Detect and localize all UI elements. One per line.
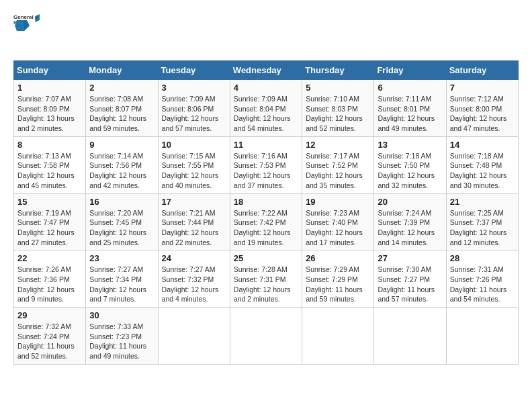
day-number: 29	[17, 310, 82, 320]
day-info: Sunrise: 7:14 AMSunset: 7:56 PMDaylight:…	[89, 151, 154, 191]
day-number: 18	[234, 197, 298, 207]
calendar-cell-w2d1: 16 Sunrise: 7:20 AMSunset: 7:45 PMDaylig…	[86, 193, 158, 250]
day-info: Sunrise: 7:09 AMSunset: 8:06 PMDaylight:…	[162, 94, 226, 134]
calendar-cell-w3d0: 22 Sunrise: 7:26 AMSunset: 7:36 PMDaylig…	[14, 250, 86, 308]
calendar-cell-w4d6	[446, 308, 518, 365]
calendar-cell-w4d4	[302, 308, 374, 365]
weekday-header-saturday: Saturday	[446, 61, 518, 80]
day-info: Sunrise: 7:10 AMSunset: 8:03 PMDaylight:…	[306, 94, 370, 134]
day-number: 19	[306, 197, 370, 207]
day-number: 7	[450, 83, 515, 93]
day-number: 1	[17, 83, 82, 93]
calendar-cell-w0d1: 2 Sunrise: 7:08 AMSunset: 8:07 PMDayligh…	[86, 80, 158, 137]
day-number: 26	[306, 253, 370, 263]
calendar-cell-w2d6: 21 Sunrise: 7:25 AMSunset: 7:37 PMDaylig…	[446, 193, 518, 250]
weekday-header-thursday: Thursday	[302, 61, 374, 80]
calendar-cell-w4d3	[230, 308, 302, 365]
calendar-table: SundayMondayTuesdayWednesdayThursdayFrid…	[13, 60, 519, 365]
calendar-cell-w3d6: 28 Sunrise: 7:31 AMSunset: 7:26 PMDaylig…	[446, 250, 518, 308]
calendar-cell-w2d4: 19 Sunrise: 7:23 AMSunset: 7:40 PMDaylig…	[302, 193, 374, 250]
day-number: 23	[89, 253, 154, 263]
day-info: Sunrise: 7:31 AMSunset: 7:26 PMDaylight:…	[450, 265, 515, 304]
calendar-cell-w2d0: 15 Sunrise: 7:19 AMSunset: 7:47 PMDaylig…	[14, 193, 86, 250]
calendar-cell-w3d4: 26 Sunrise: 7:29 AMSunset: 7:29 PMDaylig…	[302, 250, 374, 308]
calendar-cell-w1d6: 14 Sunrise: 7:18 AMSunset: 7:48 PMDaylig…	[446, 136, 518, 193]
day-info: Sunrise: 7:08 AMSunset: 8:07 PMDaylight:…	[89, 94, 154, 134]
logo-icon-svg	[15, 19, 30, 32]
day-number: 17	[162, 197, 226, 207]
day-number: 15	[17, 197, 82, 207]
calendar-cell-w0d4: 5 Sunrise: 7:10 AMSunset: 8:03 PMDayligh…	[302, 80, 374, 137]
day-number: 9	[89, 140, 154, 150]
calendar-cell-w1d4: 12 Sunrise: 7:17 AMSunset: 7:52 PMDaylig…	[302, 136, 374, 193]
calendar-cell-w4d5	[374, 308, 446, 365]
calendar-cell-w0d0: 1 Sunrise: 7:07 AMSunset: 8:09 PMDayligh…	[14, 80, 86, 137]
calendar-cell-w4d1: 30 Sunrise: 7:33 AMSunset: 7:23 PMDaylig…	[86, 308, 158, 365]
day-number: 16	[89, 197, 154, 207]
day-info: Sunrise: 7:18 AMSunset: 7:48 PMDaylight:…	[450, 151, 515, 191]
day-info: Sunrise: 7:27 AMSunset: 7:32 PMDaylight:…	[162, 265, 226, 304]
calendar-cell-w1d1: 9 Sunrise: 7:14 AMSunset: 7:56 PMDayligh…	[86, 136, 158, 193]
day-info: Sunrise: 7:19 AMSunset: 7:47 PMDaylight:…	[17, 208, 82, 248]
day-number: 28	[450, 253, 515, 263]
day-info: Sunrise: 7:22 AMSunset: 7:42 PMDaylight:…	[234, 208, 298, 248]
day-number: 6	[378, 83, 442, 93]
calendar-cell-w1d5: 13 Sunrise: 7:18 AMSunset: 7:50 PMDaylig…	[374, 136, 446, 193]
calendar-cell-w3d5: 27 Sunrise: 7:30 AMSunset: 7:27 PMDaylig…	[374, 250, 446, 308]
day-info: Sunrise: 7:29 AMSunset: 7:29 PMDaylight:…	[306, 265, 370, 304]
calendar-cell-w0d6: 7 Sunrise: 7:12 AMSunset: 8:00 PMDayligh…	[446, 80, 518, 137]
day-info: Sunrise: 7:11 AMSunset: 8:01 PMDaylight:…	[378, 94, 442, 134]
day-number: 22	[17, 253, 82, 263]
weekday-header-friday: Friday	[374, 61, 446, 80]
weekday-header-monday: Monday	[86, 61, 158, 80]
day-info: Sunrise: 7:13 AMSunset: 7:58 PMDaylight:…	[17, 151, 82, 191]
calendar-cell-w0d2: 3 Sunrise: 7:09 AMSunset: 8:06 PMDayligh…	[158, 80, 230, 137]
day-number: 8	[17, 140, 82, 150]
day-info: Sunrise: 7:15 AMSunset: 7:55 PMDaylight:…	[162, 151, 226, 191]
calendar-cell-w1d3: 11 Sunrise: 7:16 AMSunset: 7:53 PMDaylig…	[230, 136, 302, 193]
day-number: 30	[89, 310, 154, 320]
day-number: 12	[306, 140, 370, 150]
day-number: 24	[162, 253, 226, 263]
day-number: 2	[89, 83, 154, 93]
day-info: Sunrise: 7:26 AMSunset: 7:36 PMDaylight:…	[17, 265, 82, 304]
calendar-cell-w1d2: 10 Sunrise: 7:15 AMSunset: 7:55 PMDaylig…	[158, 136, 230, 193]
day-number: 4	[234, 83, 298, 93]
calendar-cell-w0d3: 4 Sunrise: 7:09 AMSunset: 8:04 PMDayligh…	[230, 80, 302, 137]
calendar-cell-w3d2: 24 Sunrise: 7:27 AMSunset: 7:32 PMDaylig…	[158, 250, 230, 308]
day-info: Sunrise: 7:32 AMSunset: 7:24 PMDaylight:…	[17, 322, 82, 361]
day-number: 25	[234, 253, 298, 263]
day-info: Sunrise: 7:20 AMSunset: 7:45 PMDaylight:…	[89, 208, 154, 248]
calendar-cell-w3d3: 25 Sunrise: 7:28 AMSunset: 7:31 PMDaylig…	[230, 250, 302, 308]
day-number: 21	[450, 197, 515, 207]
calendar-cell-w4d0: 29 Sunrise: 7:32 AMSunset: 7:24 PMDaylig…	[14, 308, 86, 365]
logo: General Blue	[13, 13, 81, 54]
day-info: Sunrise: 7:24 AMSunset: 7:39 PMDaylight:…	[378, 208, 442, 248]
calendar-cell-w0d5: 6 Sunrise: 7:11 AMSunset: 8:01 PMDayligh…	[374, 80, 446, 137]
day-number: 3	[162, 83, 226, 93]
day-info: Sunrise: 7:07 AMSunset: 8:09 PMDaylight:…	[17, 94, 82, 134]
calendar-cell-w2d3: 18 Sunrise: 7:22 AMSunset: 7:42 PMDaylig…	[230, 193, 302, 250]
day-info: Sunrise: 7:21 AMSunset: 7:44 PMDaylight:…	[162, 208, 226, 248]
day-info: Sunrise: 7:23 AMSunset: 7:40 PMDaylight:…	[306, 208, 370, 248]
day-info: Sunrise: 7:30 AMSunset: 7:27 PMDaylight:…	[378, 265, 442, 304]
calendar-cell-w4d2	[158, 308, 230, 365]
day-info: Sunrise: 7:17 AMSunset: 7:52 PMDaylight:…	[306, 151, 370, 191]
day-number: 20	[378, 197, 442, 207]
calendar-cell-w3d1: 23 Sunrise: 7:27 AMSunset: 7:34 PMDaylig…	[86, 250, 158, 308]
day-info: Sunrise: 7:27 AMSunset: 7:34 PMDaylight:…	[89, 265, 154, 304]
weekday-header-sunday: Sunday	[14, 61, 86, 80]
day-number: 5	[306, 83, 370, 93]
day-info: Sunrise: 7:18 AMSunset: 7:50 PMDaylight:…	[378, 151, 442, 191]
day-info: Sunrise: 7:28 AMSunset: 7:31 PMDaylight:…	[234, 265, 298, 304]
day-info: Sunrise: 7:33 AMSunset: 7:23 PMDaylight:…	[89, 322, 154, 361]
day-info: Sunrise: 7:09 AMSunset: 8:04 PMDaylight:…	[234, 94, 298, 134]
weekday-header-wednesday: Wednesday	[230, 61, 302, 80]
day-info: Sunrise: 7:25 AMSunset: 7:37 PMDaylight:…	[450, 208, 515, 248]
day-number: 11	[234, 140, 298, 150]
day-number: 14	[450, 140, 515, 150]
calendar-cell-w1d0: 8 Sunrise: 7:13 AMSunset: 7:58 PMDayligh…	[14, 136, 86, 193]
weekday-header-tuesday: Tuesday	[158, 61, 230, 80]
calendar-cell-w2d5: 20 Sunrise: 7:24 AMSunset: 7:39 PMDaylig…	[374, 193, 446, 250]
day-info: Sunrise: 7:12 AMSunset: 8:00 PMDaylight:…	[450, 94, 515, 134]
